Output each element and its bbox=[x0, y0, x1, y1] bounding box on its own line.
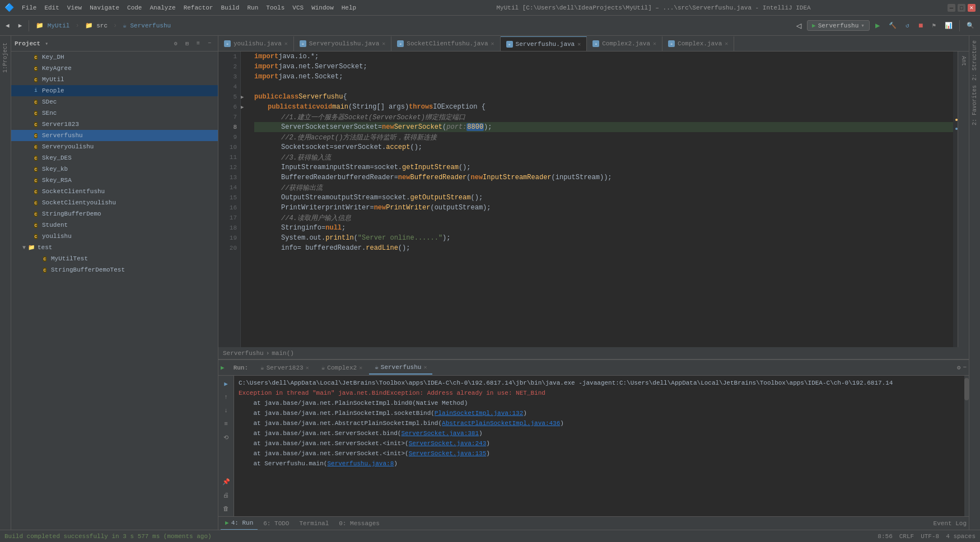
code-editor[interactable]: 1 2 3 4 5 6 7 8 9 10 11 12 13 14 bbox=[218, 52, 958, 347]
coverage-button[interactable]: ⚑ bbox=[928, 20, 939, 31]
minimize-button[interactable]: ─ bbox=[948, 4, 955, 12]
tab-socketclientfushu[interactable]: ☕ SocketClientfushu.java ✕ bbox=[391, 36, 500, 51]
tree-item-serveryoulishu[interactable]: C Serveryoulishu bbox=[11, 141, 218, 152]
maximize-button[interactable]: □ bbox=[958, 4, 965, 12]
link-abstractplainsocket[interactable]: AbstractPlainSocketImpl.java:436 bbox=[442, 420, 560, 427]
menu-tools[interactable]: Tools bbox=[263, 3, 288, 12]
pin-button[interactable]: 📌 bbox=[221, 476, 232, 487]
menu-navigate[interactable]: Navigate bbox=[86, 3, 123, 12]
tree-item-myutiltest[interactable]: C MyUtilTest bbox=[11, 253, 218, 264]
menu-analyze[interactable]: Analyze bbox=[146, 3, 179, 12]
status-encoding[interactable]: UTF-8 bbox=[921, 533, 939, 540]
menu-vcs[interactable]: VCS bbox=[289, 3, 307, 12]
collapse-icon[interactable]: − bbox=[963, 364, 967, 371]
fold-arrow-6[interactable]: ▶ bbox=[241, 102, 250, 112]
tree-item-socketclientfushu[interactable]: C SocketClientfushu bbox=[11, 186, 218, 197]
bottom-tab-complex2[interactable]: ☕ Complex2 ✕ bbox=[316, 361, 368, 375]
run-button[interactable]: ▶ bbox=[872, 19, 883, 32]
panel-collapse-icon[interactable]: − bbox=[204, 39, 214, 49]
tree-item-keyagree[interactable]: C KeyAgree bbox=[11, 63, 218, 74]
tree-item-youlishu[interactable]: C youlishu bbox=[11, 231, 218, 242]
tool-terminal[interactable]: Terminal bbox=[295, 517, 333, 530]
tree-item-test-folder[interactable]: ▼ 📁 test bbox=[11, 242, 218, 253]
tree-item-myutil[interactable]: C MyUtil bbox=[11, 74, 218, 85]
tab-close-complex2[interactable]: ✕ bbox=[653, 40, 656, 47]
profile-button[interactable]: 📊 bbox=[941, 20, 956, 31]
console-scrollbar[interactable] bbox=[964, 376, 969, 516]
run-config-dropdown-icon[interactable]: ▾ bbox=[861, 22, 865, 29]
tab-close-serverfushu[interactable]: ✕ bbox=[577, 41, 581, 48]
tab-youlishu[interactable]: ☕ youlishu.java ✕ bbox=[218, 36, 294, 51]
nav-back-icon[interactable]: ◁ bbox=[792, 18, 805, 33]
tool-todo[interactable]: 6: TODO bbox=[259, 517, 293, 530]
soft-wrap-button[interactable]: ⟲ bbox=[221, 432, 232, 443]
menu-code[interactable]: Code bbox=[124, 3, 145, 12]
menu-file[interactable]: File bbox=[18, 3, 40, 12]
search-everywhere-button[interactable]: 🔍 bbox=[963, 20, 978, 31]
menu-window[interactable]: Window bbox=[308, 3, 337, 12]
scroll-down-button[interactable]: ↓ bbox=[221, 405, 232, 416]
panel-options-icon[interactable]: ≡ bbox=[193, 39, 203, 49]
tree-item-skey-des[interactable]: C Skey_DES bbox=[11, 152, 218, 163]
tree-item-skey-rsa[interactable]: C Skey_RSA bbox=[11, 175, 218, 186]
bottom-tab-serverfushu[interactable]: ☕ Serverfushu ✕ bbox=[369, 361, 432, 375]
tool-run[interactable]: ▶ 4: Run bbox=[221, 517, 258, 530]
menu-run[interactable]: Run bbox=[244, 3, 262, 12]
favorites-label[interactable]: 2: Favorites bbox=[972, 85, 978, 125]
event-log[interactable]: Event Log bbox=[934, 520, 967, 527]
link-serversocketbind[interactable]: ServerSocket.java:381 bbox=[401, 430, 479, 437]
wrap-button[interactable]: ≡ bbox=[221, 418, 232, 429]
run-config-selector[interactable]: ▶ Serverfushu ▾ bbox=[807, 20, 870, 31]
bottom-tab-server1823[interactable]: ☕ Server1823 ✕ bbox=[255, 361, 315, 375]
structure-label[interactable]: 2: Structure bbox=[972, 40, 978, 81]
close-complex2[interactable]: ✕ bbox=[359, 365, 362, 371]
forward-button[interactable]: ▶ bbox=[15, 20, 26, 31]
status-line-ending[interactable]: CRLF bbox=[899, 533, 914, 540]
build-button[interactable]: 🔨 bbox=[885, 20, 900, 31]
tree-item-stringbufferdemotest[interactable]: C StringBufferDemoTest bbox=[11, 264, 218, 275]
link-plainsocket[interactable]: PlainSocketImpl.java:132 bbox=[435, 410, 523, 417]
tab-close-serveryoulishu[interactable]: ✕ bbox=[382, 40, 385, 47]
menu-help[interactable]: Help bbox=[338, 3, 360, 12]
tab-close-youlishu[interactable]: ✕ bbox=[284, 40, 288, 47]
clear-button[interactable]: 🗑 bbox=[221, 503, 232, 514]
menu-view[interactable]: View bbox=[64, 3, 85, 12]
fold-arrow-5[interactable]: ▶ bbox=[241, 92, 250, 102]
menu-bar[interactable]: File Edit View Navigate Code Analyze Ref… bbox=[18, 3, 360, 12]
rebuild-button[interactable]: ↺ bbox=[902, 20, 913, 31]
tab-close-socketclientfushu[interactable]: ✕ bbox=[491, 40, 494, 47]
tool-messages[interactable]: 0: Messages bbox=[334, 517, 384, 530]
link-serversocketinit2[interactable]: ServerSocket.java:135 bbox=[409, 450, 487, 457]
menu-build[interactable]: Build bbox=[217, 3, 242, 12]
breadcrumb-main[interactable]: main() bbox=[272, 350, 294, 357]
panel-settings-icon[interactable]: ⚙ bbox=[171, 39, 181, 49]
breadcrumb-serverfushu[interactable]: Serverfushu bbox=[223, 350, 264, 357]
tab-complex[interactable]: ☕ Complex.java ✕ bbox=[662, 36, 734, 51]
tree-item-key-dh[interactable]: C Key_DH bbox=[11, 52, 218, 63]
close-serverfushu[interactable]: ✕ bbox=[423, 364, 427, 371]
tree-item-socketclientyoulishu[interactable]: C SocketClientyoulishu bbox=[11, 197, 218, 208]
print-button[interactable]: 🖨 bbox=[221, 489, 232, 501]
project-panel-tab[interactable]: 1:Project bbox=[2, 40, 8, 75]
run-play-button[interactable]: ▶ bbox=[221, 378, 232, 389]
tree-item-skey-kb[interactable]: C Skey_kb bbox=[11, 163, 218, 175]
settings-icon[interactable]: ⚙ bbox=[957, 364, 961, 371]
tree-item-people[interactable]: i People bbox=[11, 85, 218, 96]
panel-layout-icon[interactable]: ⊞ bbox=[182, 39, 192, 49]
tab-serveryoulishu[interactable]: ☕ Serveryoulishu.java ✕ bbox=[294, 36, 391, 51]
stop-button[interactable]: ■ bbox=[915, 20, 926, 32]
close-button[interactable]: ✕ bbox=[968, 4, 976, 12]
tab-serverfushu[interactable]: ☕ Serverfushu.java ✕ bbox=[501, 36, 587, 51]
scroll-up-button[interactable]: ↑ bbox=[221, 391, 232, 403]
tree-item-stringbufferdemo[interactable]: C StringBufferDemo bbox=[11, 208, 218, 219]
status-indent[interactable]: 4 spaces bbox=[946, 533, 976, 540]
tab-complex2[interactable]: ☕ Complex2.java ✕ bbox=[587, 36, 662, 51]
back-button[interactable]: ◀ bbox=[2, 20, 13, 31]
close-server1823[interactable]: ✕ bbox=[306, 365, 309, 371]
tree-item-senc[interactable]: C SEnc bbox=[11, 108, 218, 119]
panel-dropdown-icon[interactable]: ▾ bbox=[45, 40, 48, 47]
link-serverfushumain[interactable]: Serverfushu.java:8 bbox=[327, 460, 394, 467]
menu-refactor[interactable]: Refactor bbox=[180, 3, 217, 12]
tree-item-student[interactable]: C Student bbox=[11, 219, 218, 231]
menu-edit[interactable]: Edit bbox=[41, 3, 62, 12]
